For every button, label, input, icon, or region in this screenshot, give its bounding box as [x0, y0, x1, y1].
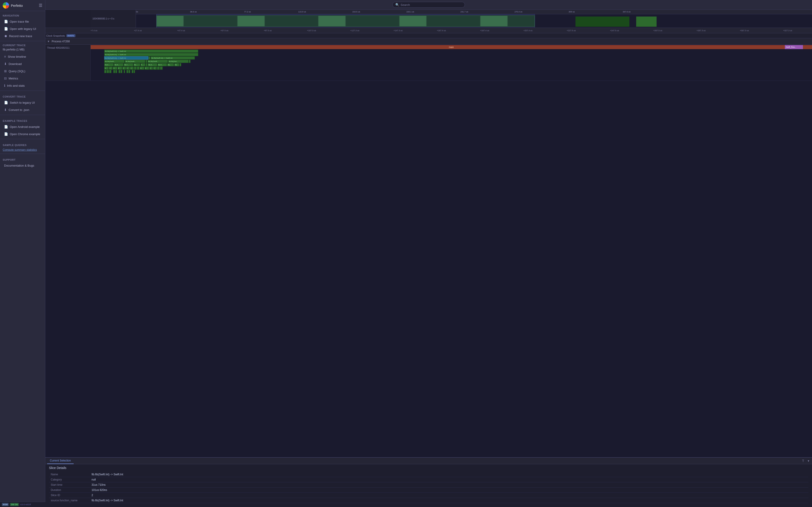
- fib-block[interactable]: [137, 66, 140, 70]
- sidebar-item-docs-bugs[interactable]: Documentation & Bugs: [1, 162, 44, 169]
- d-tick-11: +227.5 us: [567, 30, 576, 32]
- fib-block[interactable]: fib: [174, 63, 179, 66]
- fib-block[interactable]: [134, 70, 135, 73]
- fib-block[interactable]: [157, 66, 160, 70]
- main-thread-bar[interactable]: main: [91, 45, 812, 49]
- sidebar-item-info-stats[interactable]: ℹ Info and stats: [1, 82, 44, 89]
- fib-block[interactable]: [126, 70, 128, 73]
- fib-block[interactable]: fib.fib(Swift...: [125, 60, 145, 63]
- fib-block[interactable]: fi: [117, 66, 122, 70]
- tab-current-selection[interactable]: Current Selection: [47, 458, 73, 464]
- fib-block[interactable]: [109, 70, 111, 73]
- fib-block[interactable]: fib.fib(Swift...: [104, 60, 124, 63]
- hamburger-menu-icon[interactable]: ☰: [39, 3, 42, 8]
- bottom-tab-actions: T ▾: [801, 459, 810, 463]
- fib-block[interactable]: f.: [109, 66, 113, 70]
- sidebar-item-open-legacy-ui[interactable]: 📄 Open with legacy UI: [1, 25, 44, 32]
- fib-block[interactable]: f.: [153, 66, 157, 70]
- fib-block-gap: [189, 60, 191, 63]
- fib-block[interactable]: fib...: [134, 63, 140, 66]
- sidebar-item-label: Open Chrome example: [10, 132, 40, 136]
- timeline-container[interactable]: 1634366930.1 s + 0 s 0s 38.6 us 77.2 us …: [45, 10, 812, 457]
- thread-content[interactable]: main Swift_fina... fib.fib(Swift.Int) ->…: [91, 45, 812, 80]
- divider: [0, 115, 45, 115]
- fib-block[interactable]: [118, 70, 120, 73]
- fib-block[interactable]: [115, 70, 117, 73]
- timeline-icon: ≡: [4, 55, 6, 58]
- divider: [0, 139, 45, 139]
- sidebar-item-switch-legacy-ui[interactable]: 📄 Switch to legacy UI: [1, 99, 44, 106]
- search-container[interactable]: 🔍: [392, 2, 465, 8]
- sidebar-item-record-new-trace[interactable]: ⏺ Record new trace: [1, 33, 44, 39]
- fib-row-5: fi f. fi fi f. f. f. fi fi f. f.: [104, 66, 199, 70]
- fib-block[interactable]: [146, 63, 148, 66]
- fib-block[interactable]: fib.fib(Swift.Int) -> Swift.Int: [104, 50, 198, 53]
- clock-snapshots-row: Clock Snapshots metric: [45, 33, 812, 38]
- chevron-down-icon[interactable]: ▾: [807, 459, 810, 463]
- sidebar-item-open-chrome[interactable]: 📄 Open Chrome example: [1, 130, 44, 137]
- fib-block[interactable]: f.: [126, 66, 130, 70]
- process-header[interactable]: ▼ Process 47268: [45, 38, 812, 45]
- overview-bar: 1634366930.1 s + 0 s 0s 38.6 us 77.2 us …: [45, 10, 812, 28]
- fib-block[interactable]: fib..: [167, 63, 174, 66]
- fib-block[interactable]: [160, 66, 163, 70]
- field-name: Category: [49, 477, 90, 482]
- d-tick-3: +67.5 us: [220, 30, 229, 32]
- d-tick-15: +307.3 us: [740, 30, 749, 32]
- sidebar-item-download[interactable]: ⬇ Download: [1, 60, 44, 67]
- fib-block[interactable]: [124, 70, 125, 73]
- fib-block[interactable]: [104, 70, 106, 73]
- fib-block-selected[interactable]: fib.fib(Swift.Int) -> Swift.Int: [104, 56, 148, 60]
- d-tick-9: +187.4 us: [480, 30, 489, 32]
- swift-badge[interactable]: Swift_fina...: [785, 45, 803, 49]
- fib-block[interactable]: [107, 70, 109, 73]
- fib-block[interactable]: fib.fi...: [114, 63, 123, 66]
- fib-block[interactable]: f.: [130, 66, 134, 70]
- ruler-tick-6: 231.7 us: [460, 11, 468, 13]
- sidebar-item-show-timeline[interactable]: ≡ Show timeline: [1, 53, 44, 60]
- fib-block[interactable]: fib.fib(Swift...: [148, 60, 168, 63]
- sidebar-item-open-android[interactable]: 📄 Open Android example: [1, 123, 44, 130]
- sidebar-item-convert-json[interactable]: ⬇ Convert to .json: [1, 106, 44, 113]
- fib-block[interactable]: [134, 66, 137, 70]
- fib-block[interactable]: fib.fi...: [104, 63, 114, 66]
- fib-block[interactable]: fi: [104, 66, 109, 70]
- fib-block[interactable]: fi: [145, 66, 149, 70]
- fib-block[interactable]: f.: [149, 66, 153, 70]
- ruler-tick-7: 270.4 us: [514, 11, 522, 13]
- sidebar-item-open-trace-file[interactable]: 📄 Open trace file: [1, 18, 44, 25]
- sidebar-item-metrics[interactable]: ⊟ Metrics: [1, 75, 44, 82]
- fib-block[interactable]: [120, 70, 122, 73]
- file-icon: 📄: [4, 132, 8, 136]
- fib-block[interactable]: fib.fi...: [148, 63, 157, 66]
- fib-block[interactable]: fi...: [141, 63, 145, 66]
- fib-row-2: fib.fib(Swift.Int) -> Swift.Int fib.fib(…: [104, 56, 199, 60]
- fib-block[interactable]: fi: [113, 66, 117, 70]
- fib-block[interactable]: fib.fi...: [157, 63, 167, 66]
- fib-block[interactable]: [180, 63, 181, 66]
- bottom-tabs: Current Selection T ▾: [45, 458, 812, 464]
- fib-block[interactable]: fib.fib(Swift.Int) -> Swift.Int: [151, 56, 195, 60]
- table-row: Start time31us 710ns: [49, 482, 808, 488]
- ruler-tick-4: 154.5 us: [352, 11, 360, 13]
- sidebar-item-query-sql[interactable]: ⊞ Query (SQL): [1, 68, 44, 74]
- fib-block[interactable]: [129, 70, 130, 73]
- fib-block[interactable]: [132, 70, 134, 73]
- format-text-icon[interactable]: T: [801, 459, 805, 463]
- sample-query-link[interactable]: Compute summary statistics: [0, 147, 45, 152]
- app-logo: [3, 2, 9, 9]
- bottom-panel: Current Selection T ▾ Slice Details Name…: [45, 457, 812, 507]
- overview-canvas[interactable]: 0s 38.6 us 77.2 us 115.9 us 154.5 us 193…: [136, 10, 812, 27]
- fib-block[interactable]: fib.fib(Swift.Int) -> Swift.Int: [104, 53, 198, 56]
- table-row: Duration101us 820ns: [49, 488, 808, 493]
- ruler-tick-5: 193.1 us: [406, 11, 414, 13]
- file-icon: 📄: [4, 125, 8, 128]
- divider: [0, 91, 45, 91]
- d-tick-1: +27.4 us: [134, 30, 142, 32]
- fib-block[interactable]: fib.fib(Swi...: [168, 60, 189, 63]
- fib-block[interactable]: [113, 70, 115, 73]
- fib-block[interactable]: fib.f...: [124, 63, 133, 66]
- fib-block[interactable]: f.: [122, 66, 126, 70]
- search-input[interactable]: [401, 3, 459, 7]
- fib-block[interactable]: fi: [140, 66, 144, 70]
